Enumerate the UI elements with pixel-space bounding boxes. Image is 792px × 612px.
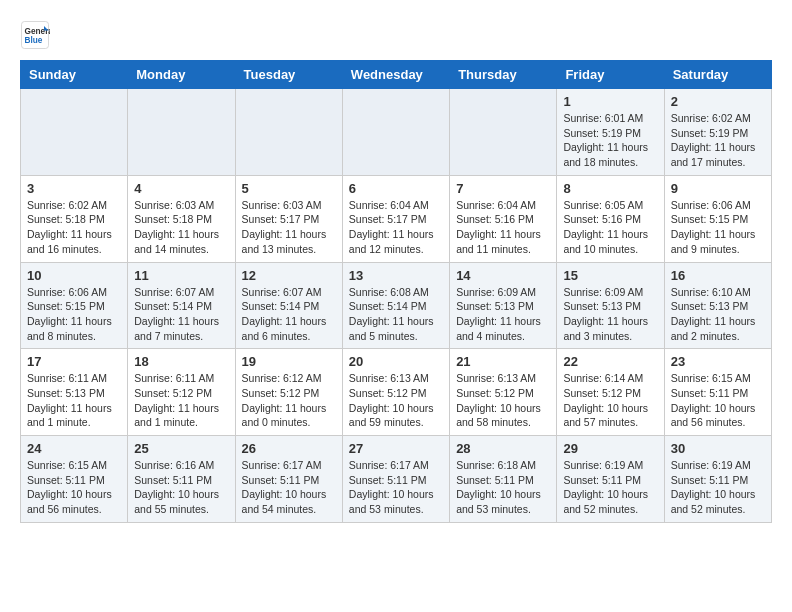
page-header: General Blue (20, 20, 772, 50)
day-number: 6 (349, 181, 443, 196)
day-number: 29 (563, 441, 657, 456)
day-info: Sunrise: 6:16 AMSunset: 5:11 PMDaylight:… (134, 458, 228, 517)
day-info: Sunrise: 6:06 AMSunset: 5:15 PMDaylight:… (27, 285, 121, 344)
day-number: 17 (27, 354, 121, 369)
calendar-cell: 9Sunrise: 6:06 AMSunset: 5:15 PMDaylight… (664, 175, 771, 262)
day-info: Sunrise: 6:09 AMSunset: 5:13 PMDaylight:… (563, 285, 657, 344)
calendar-week-row: 10Sunrise: 6:06 AMSunset: 5:15 PMDayligh… (21, 262, 772, 349)
day-info: Sunrise: 6:05 AMSunset: 5:16 PMDaylight:… (563, 198, 657, 257)
svg-text:General: General (25, 27, 51, 36)
calendar-cell: 1Sunrise: 6:01 AMSunset: 5:19 PMDaylight… (557, 89, 664, 176)
day-number: 24 (27, 441, 121, 456)
day-number: 27 (349, 441, 443, 456)
logo-icon: General Blue (20, 20, 50, 50)
calendar-header-row: SundayMondayTuesdayWednesdayThursdayFrid… (21, 61, 772, 89)
day-info: Sunrise: 6:07 AMSunset: 5:14 PMDaylight:… (242, 285, 336, 344)
day-number: 2 (671, 94, 765, 109)
day-number: 4 (134, 181, 228, 196)
calendar-cell: 2Sunrise: 6:02 AMSunset: 5:19 PMDaylight… (664, 89, 771, 176)
day-number: 19 (242, 354, 336, 369)
day-header-wednesday: Wednesday (342, 61, 449, 89)
calendar-cell: 8Sunrise: 6:05 AMSunset: 5:16 PMDaylight… (557, 175, 664, 262)
day-number: 23 (671, 354, 765, 369)
calendar-cell: 15Sunrise: 6:09 AMSunset: 5:13 PMDayligh… (557, 262, 664, 349)
day-info: Sunrise: 6:13 AMSunset: 5:12 PMDaylight:… (456, 371, 550, 430)
day-info: Sunrise: 6:09 AMSunset: 5:13 PMDaylight:… (456, 285, 550, 344)
day-info: Sunrise: 6:03 AMSunset: 5:17 PMDaylight:… (242, 198, 336, 257)
day-info: Sunrise: 6:03 AMSunset: 5:18 PMDaylight:… (134, 198, 228, 257)
day-number: 30 (671, 441, 765, 456)
calendar-week-row: 24Sunrise: 6:15 AMSunset: 5:11 PMDayligh… (21, 436, 772, 523)
calendar-cell: 12Sunrise: 6:07 AMSunset: 5:14 PMDayligh… (235, 262, 342, 349)
calendar-cell: 25Sunrise: 6:16 AMSunset: 5:11 PMDayligh… (128, 436, 235, 523)
calendar-cell: 21Sunrise: 6:13 AMSunset: 5:12 PMDayligh… (450, 349, 557, 436)
calendar-cell: 30Sunrise: 6:19 AMSunset: 5:11 PMDayligh… (664, 436, 771, 523)
day-number: 25 (134, 441, 228, 456)
calendar-cell: 17Sunrise: 6:11 AMSunset: 5:13 PMDayligh… (21, 349, 128, 436)
day-number: 5 (242, 181, 336, 196)
day-info: Sunrise: 6:06 AMSunset: 5:15 PMDaylight:… (671, 198, 765, 257)
calendar-cell: 7Sunrise: 6:04 AMSunset: 5:16 PMDaylight… (450, 175, 557, 262)
svg-text:Blue: Blue (25, 36, 43, 45)
day-number: 11 (134, 268, 228, 283)
calendar-cell: 16Sunrise: 6:10 AMSunset: 5:13 PMDayligh… (664, 262, 771, 349)
calendar-cell: 20Sunrise: 6:13 AMSunset: 5:12 PMDayligh… (342, 349, 449, 436)
calendar-cell (342, 89, 449, 176)
calendar-cell: 6Sunrise: 6:04 AMSunset: 5:17 PMDaylight… (342, 175, 449, 262)
day-info: Sunrise: 6:10 AMSunset: 5:13 PMDaylight:… (671, 285, 765, 344)
calendar-cell: 22Sunrise: 6:14 AMSunset: 5:12 PMDayligh… (557, 349, 664, 436)
calendar-cell: 24Sunrise: 6:15 AMSunset: 5:11 PMDayligh… (21, 436, 128, 523)
day-number: 28 (456, 441, 550, 456)
day-number: 22 (563, 354, 657, 369)
calendar-week-row: 3Sunrise: 6:02 AMSunset: 5:18 PMDaylight… (21, 175, 772, 262)
day-number: 3 (27, 181, 121, 196)
day-info: Sunrise: 6:13 AMSunset: 5:12 PMDaylight:… (349, 371, 443, 430)
day-info: Sunrise: 6:17 AMSunset: 5:11 PMDaylight:… (242, 458, 336, 517)
day-info: Sunrise: 6:19 AMSunset: 5:11 PMDaylight:… (563, 458, 657, 517)
day-info: Sunrise: 6:18 AMSunset: 5:11 PMDaylight:… (456, 458, 550, 517)
day-info: Sunrise: 6:07 AMSunset: 5:14 PMDaylight:… (134, 285, 228, 344)
calendar-cell: 18Sunrise: 6:11 AMSunset: 5:12 PMDayligh… (128, 349, 235, 436)
day-number: 15 (563, 268, 657, 283)
calendar-cell (235, 89, 342, 176)
calendar-cell: 10Sunrise: 6:06 AMSunset: 5:15 PMDayligh… (21, 262, 128, 349)
day-info: Sunrise: 6:17 AMSunset: 5:11 PMDaylight:… (349, 458, 443, 517)
calendar-cell: 3Sunrise: 6:02 AMSunset: 5:18 PMDaylight… (21, 175, 128, 262)
day-number: 10 (27, 268, 121, 283)
calendar-cell: 14Sunrise: 6:09 AMSunset: 5:13 PMDayligh… (450, 262, 557, 349)
day-info: Sunrise: 6:02 AMSunset: 5:18 PMDaylight:… (27, 198, 121, 257)
day-number: 18 (134, 354, 228, 369)
day-number: 7 (456, 181, 550, 196)
day-info: Sunrise: 6:19 AMSunset: 5:11 PMDaylight:… (671, 458, 765, 517)
day-number: 8 (563, 181, 657, 196)
day-number: 14 (456, 268, 550, 283)
day-info: Sunrise: 6:04 AMSunset: 5:16 PMDaylight:… (456, 198, 550, 257)
day-header-sunday: Sunday (21, 61, 128, 89)
day-info: Sunrise: 6:04 AMSunset: 5:17 PMDaylight:… (349, 198, 443, 257)
calendar-cell: 4Sunrise: 6:03 AMSunset: 5:18 PMDaylight… (128, 175, 235, 262)
day-number: 12 (242, 268, 336, 283)
calendar-cell: 19Sunrise: 6:12 AMSunset: 5:12 PMDayligh… (235, 349, 342, 436)
day-info: Sunrise: 6:11 AMSunset: 5:13 PMDaylight:… (27, 371, 121, 430)
day-info: Sunrise: 6:02 AMSunset: 5:19 PMDaylight:… (671, 111, 765, 170)
day-header-saturday: Saturday (664, 61, 771, 89)
day-info: Sunrise: 6:11 AMSunset: 5:12 PMDaylight:… (134, 371, 228, 430)
day-header-monday: Monday (128, 61, 235, 89)
day-header-friday: Friday (557, 61, 664, 89)
day-info: Sunrise: 6:15 AMSunset: 5:11 PMDaylight:… (671, 371, 765, 430)
logo: General Blue (20, 20, 54, 50)
day-number: 13 (349, 268, 443, 283)
day-number: 9 (671, 181, 765, 196)
calendar-cell: 26Sunrise: 6:17 AMSunset: 5:11 PMDayligh… (235, 436, 342, 523)
calendar-cell: 29Sunrise: 6:19 AMSunset: 5:11 PMDayligh… (557, 436, 664, 523)
calendar-cell (21, 89, 128, 176)
day-number: 1 (563, 94, 657, 109)
calendar-table: SundayMondayTuesdayWednesdayThursdayFrid… (20, 60, 772, 523)
calendar-week-row: 1Sunrise: 6:01 AMSunset: 5:19 PMDaylight… (21, 89, 772, 176)
calendar-cell: 13Sunrise: 6:08 AMSunset: 5:14 PMDayligh… (342, 262, 449, 349)
day-number: 21 (456, 354, 550, 369)
day-number: 26 (242, 441, 336, 456)
day-info: Sunrise: 6:01 AMSunset: 5:19 PMDaylight:… (563, 111, 657, 170)
day-number: 20 (349, 354, 443, 369)
calendar-cell: 23Sunrise: 6:15 AMSunset: 5:11 PMDayligh… (664, 349, 771, 436)
